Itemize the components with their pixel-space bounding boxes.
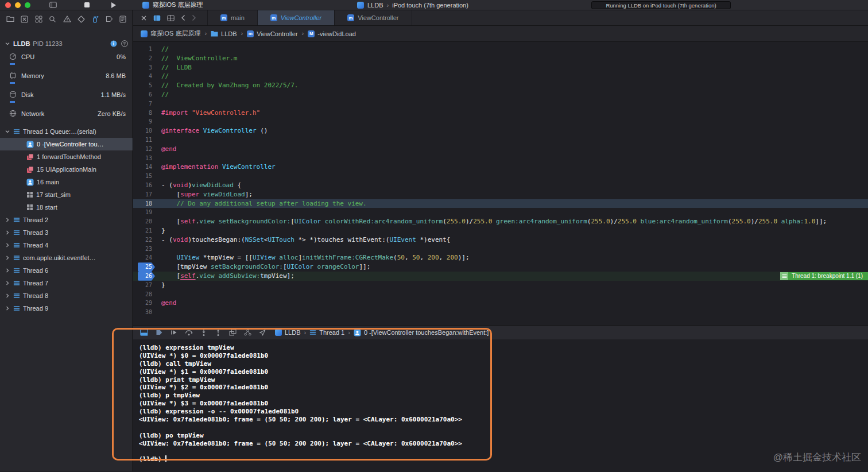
back-chevron-icon[interactable] <box>181 14 185 21</box>
code-line[interactable]: 11 <box>133 136 868 145</box>
stop-button[interactable] <box>84 2 90 7</box>
code-line[interactable]: 28 <box>133 290 868 299</box>
line-number[interactable]: 7 <box>138 99 155 109</box>
chevron-right-icon[interactable] <box>5 281 10 285</box>
code-line[interactable]: 29@end <box>133 299 868 308</box>
continue-icon[interactable] <box>170 329 177 336</box>
test-navigator-icon[interactable] <box>78 16 85 23</box>
sidebar-frame-row[interactable]: 1 forwardTouchMethod <box>0 150 133 163</box>
line-number[interactable]: 4 <box>138 72 155 81</box>
add-editor-icon[interactable] <box>167 15 175 21</box>
code-line[interactable]: 20 [self.view setBackgroundColor:[UIColo… <box>133 217 868 226</box>
chevron-right-icon[interactable] <box>5 243 10 247</box>
debug-area-toggle-icon[interactable] <box>140 329 148 336</box>
gauge-network[interactable]: NetworkZero KB/s <box>0 107 133 121</box>
code-line[interactable]: 14@implementation ViewController <box>133 163 868 172</box>
line-number[interactable]: 10 <box>138 126 155 136</box>
line-number[interactable]: 5 <box>138 81 155 90</box>
scheme-target[interactable]: LLDB <box>367 2 383 9</box>
code-line[interactable]: 27} <box>133 281 868 290</box>
view-hierarchy-icon[interactable] <box>229 329 237 336</box>
line-number[interactable]: 29 <box>138 299 155 308</box>
line-number[interactable]: 6 <box>138 90 155 99</box>
code-line[interactable]: 15 <box>133 172 868 181</box>
line-number[interactable]: 16 <box>138 181 155 190</box>
code-line[interactable]: 13 <box>133 154 868 163</box>
code-line[interactable]: 21} <box>133 226 868 235</box>
code-line[interactable]: 1// <box>133 45 868 54</box>
chevron-right-icon[interactable] <box>5 293 10 298</box>
code-line[interactable]: 6// <box>133 90 868 99</box>
code-line[interactable]: 12@end <box>133 145 868 154</box>
process-row[interactable]: LLDB PID 11233 <box>0 37 133 50</box>
sidebar-thread-row[interactable]: Thread 8 <box>0 289 133 302</box>
breakpoint-thread-badge[interactable]: Thread 1: breakpoint 1.1 (1) <box>780 272 868 280</box>
code-line[interactable]: 9 <box>133 117 868 126</box>
activate-breakpoints-icon[interactable] <box>156 329 163 336</box>
line-number[interactable]: 14 <box>138 163 155 172</box>
gauge-memory[interactable]: Memory8.6 MB <box>0 69 133 88</box>
sidebar-thread-row[interactable]: Thread 2 <box>0 214 133 226</box>
line-number[interactable]: 19 <box>138 208 155 217</box>
debug-console[interactable]: (lldb) expression tmpView(UIView *) $0 =… <box>133 339 868 471</box>
issue-navigator-icon[interactable] <box>63 16 71 22</box>
code-line[interactable]: 30 <box>133 308 868 317</box>
sidebar-thread-row[interactable]: Thread 3 <box>0 226 133 239</box>
code-line[interactable]: 10@interface ViewController () <box>133 126 868 136</box>
source-editor[interactable]: 1//2// ViewController.m3// LLDB4//5// Cr… <box>133 42 868 325</box>
simulate-location-icon[interactable] <box>259 329 266 336</box>
symbol-navigator-icon[interactable] <box>35 16 42 23</box>
line-number[interactable]: 22 <box>138 235 155 245</box>
jumpbar-item[interactable]: M-viewDidLoad <box>308 30 356 37</box>
sidebar-frame-row[interactable]: 18 start <box>0 201 133 214</box>
close-icon[interactable] <box>141 15 147 21</box>
debug-breadcrumb-item[interactable]: LLDB <box>275 329 301 336</box>
jumpbar-item[interactable]: LLDB <box>211 30 237 37</box>
memory-graph-icon[interactable] <box>244 329 251 336</box>
chevron-down-icon[interactable] <box>5 42 10 45</box>
sidebar-thread-row[interactable]: Thread 4 <box>0 239 133 252</box>
source-control-icon[interactable] <box>21 16 28 23</box>
step-over-icon[interactable] <box>185 329 193 336</box>
code-line[interactable]: 23 <box>133 245 868 254</box>
code-line[interactable]: 26 [self.view addSubview:tmpView];Thread… <box>133 272 868 281</box>
debug-breadcrumb-item[interactable]: 0 -[ViewController touchesBegan:withEven… <box>354 329 489 336</box>
code-line[interactable]: 22- (void)touchesBegan:(NSSet<UITouch *>… <box>133 235 868 245</box>
code-line[interactable]: 5// Created by VanZhang on 2022/5/7. <box>133 81 868 90</box>
chevron-down-icon[interactable] <box>5 130 10 133</box>
sidebar-thread-row[interactable]: com.apple.uikit.eventfet… <box>0 252 133 264</box>
sidebar-frame-row[interactable]: 16 main <box>0 176 133 188</box>
zoom-button[interactable] <box>25 2 30 8</box>
line-number[interactable]: 24 <box>138 253 155 262</box>
code-line[interactable]: 2// ViewController.m <box>133 54 868 63</box>
line-number[interactable]: 13 <box>138 154 155 163</box>
filter-icon[interactable] <box>121 40 128 47</box>
line-number[interactable]: 1 <box>138 45 155 54</box>
code-line[interactable]: 19 <box>133 208 868 217</box>
chevron-right-icon[interactable] <box>5 306 10 311</box>
chevron-right-icon[interactable] <box>5 218 10 222</box>
code-line[interactable]: 18 // Do any additional setup after load… <box>133 199 868 208</box>
sidebar-thread-row[interactable]: Thread 9 <box>0 302 133 315</box>
chevron-right-icon[interactable] <box>5 230 10 235</box>
debug-navigator-icon[interactable] <box>91 16 99 23</box>
code-line[interactable]: 16- (void)viewDidLoad { <box>133 181 868 190</box>
chevron-right-icon[interactable] <box>5 256 10 260</box>
sidebar-thread-row[interactable]: Thread 1 Queue:…(serial) <box>0 125 133 138</box>
sidebar-thread-row[interactable]: Thread 6 <box>0 264 133 277</box>
info-icon[interactable] <box>110 40 117 47</box>
breakpoint-badge[interactable]: 25 <box>138 262 155 272</box>
run-button[interactable] <box>111 2 116 8</box>
editor-focus-icon[interactable] <box>153 15 161 21</box>
scheme-device[interactable]: iPod touch (7th generation) <box>392 2 468 9</box>
step-into-icon[interactable] <box>200 329 207 336</box>
jumpbar-item[interactable]: 窥探iOS 底层原理 <box>141 29 200 38</box>
code-line[interactable]: 8#import "ViewController.h" <box>133 109 868 118</box>
tab-main[interactable]: mmain <box>207 10 257 25</box>
code-line[interactable]: 17 [super viewDidLoad]; <box>133 190 868 199</box>
breakpoint-badge[interactable]: 26 <box>138 272 155 281</box>
line-number[interactable]: 23 <box>138 245 155 254</box>
sidebar-frame-row[interactable]: 17 start_sim <box>0 188 133 201</box>
code-line[interactable]: 24 UIView *tmpView = [[UIView alloc]init… <box>133 253 868 262</box>
window-tab-icon[interactable] <box>49 2 57 8</box>
